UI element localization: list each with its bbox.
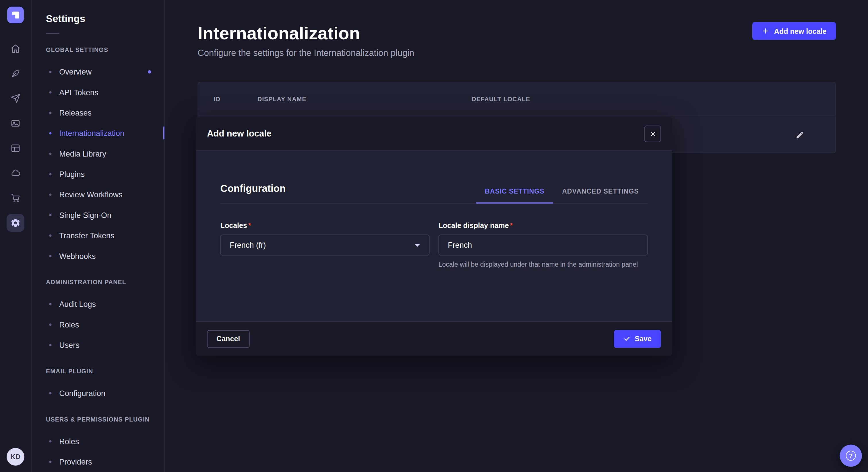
bullet-icon <box>50 303 52 305</box>
sidebar-item-single-sign-on[interactable]: Single Sign-On <box>32 205 164 225</box>
user-avatar[interactable]: KD <box>7 448 24 466</box>
bullet-icon <box>50 111 52 114</box>
bullet-icon <box>50 440 52 442</box>
sidebar-item-up-providers[interactable]: Providers <box>32 451 164 472</box>
sidebar-item-label: Single Sign-On <box>59 210 112 220</box>
save-label: Save <box>634 335 652 343</box>
section-heading-administration-panel: ADMINISTRATION PANEL <box>46 278 150 286</box>
bullet-icon <box>50 193 52 196</box>
chevron-down-icon <box>414 244 420 247</box>
modal-body: Configuration BASIC SETTINGS ADVANCED SE… <box>196 151 672 321</box>
feather-icon[interactable] <box>7 65 24 82</box>
sidebar-item-transfer-tokens[interactable]: Transfer Tokens <box>32 225 164 245</box>
configuration-section-head: Configuration BASIC SETTINGS ADVANCED SE… <box>220 182 648 203</box>
section-heading-global-settings: GLOBAL SETTINGS <box>46 46 150 54</box>
add-new-locale-button[interactable]: Add new locale <box>753 22 836 40</box>
required-asterisk: * <box>248 221 251 230</box>
sidebar-item-label: Webhooks <box>59 251 96 260</box>
settings-sidebar: Settings GLOBAL SETTINGS Overview API To… <box>32 0 165 472</box>
locales-label: Locales* <box>220 221 430 230</box>
sidebar-item-label: Releases <box>59 108 92 117</box>
question-mark-icon: ? <box>846 451 856 461</box>
plus-icon <box>762 27 770 35</box>
strapi-admin-app: KD Settings GLOBAL SETTINGS Overview API… <box>0 0 868 472</box>
sidebar-item-admin-roles[interactable]: Roles <box>32 314 164 334</box>
sidebar-item-email-configuration[interactable]: Configuration <box>32 383 164 403</box>
screenshot-stage: KD Settings GLOBAL SETTINGS Overview API… <box>0 0 868 472</box>
sidebar-item-review-workflows[interactable]: Review Workflows <box>32 184 164 204</box>
locales-select[interactable]: French (fr) <box>220 235 430 256</box>
bullet-icon <box>50 71 52 73</box>
cart-icon[interactable] <box>7 189 24 207</box>
paper-plane-icon[interactable] <box>7 90 24 107</box>
add-new-locale-label: Add new locale <box>774 27 827 35</box>
configuration-title: Configuration <box>220 182 286 195</box>
cancel-label: Cancel <box>216 335 240 343</box>
display-name-label: Locale display name* <box>438 221 648 230</box>
sidebar-item-label: Users <box>59 340 80 349</box>
sidebar-item-plugins[interactable]: Plugins <box>32 164 164 184</box>
modal-footer: Cancel Save <box>196 321 672 356</box>
media-library-icon[interactable] <box>7 114 24 132</box>
page-subtitle: Configure the settings for the Internati… <box>197 46 414 60</box>
close-modal-button[interactable] <box>644 126 661 142</box>
page-header-text: Internationalization Configure the setti… <box>197 22 414 60</box>
table-header-row: ID DISPLAY NAME DEFAULT LOCALE <box>198 82 835 116</box>
sidebar-item-label: Transfer Tokens <box>59 231 114 240</box>
bullet-icon <box>50 173 52 175</box>
section-heading-users-permissions-plugin: USERS & PERMISSIONS PLUGIN <box>46 415 150 423</box>
help-button[interactable]: ? <box>840 445 862 467</box>
close-icon <box>650 131 656 137</box>
sidebar-item-releases[interactable]: Releases <box>32 102 164 123</box>
column-header-display-name: DISPLAY NAME <box>257 96 472 102</box>
locale-form-row: Locales* French (fr) Locale display name… <box>220 221 648 269</box>
page-title: Internationalization <box>197 22 414 44</box>
cancel-button[interactable]: Cancel <box>207 330 249 347</box>
display-name-hint: Locale will be displayed under that name… <box>438 260 648 269</box>
sidebar-item-label: Audit Logs <box>59 299 96 308</box>
sidebar-item-label: Configuration <box>59 389 105 398</box>
locales-select-value: French (fr) <box>229 241 266 249</box>
bullet-icon <box>50 234 52 237</box>
sidebar-item-webhooks[interactable]: Webhooks <box>32 245 164 266</box>
display-name-label-text: Locale display name <box>438 221 508 230</box>
notification-dot <box>148 70 151 73</box>
sidebar-item-label: Review Workflows <box>59 190 122 199</box>
home-icon[interactable] <box>7 40 24 58</box>
sidebar-item-api-tokens[interactable]: API Tokens <box>32 82 164 102</box>
app-logo[interactable] <box>7 7 24 23</box>
tab-advanced-settings[interactable]: ADVANCED SETTINGS <box>553 188 648 203</box>
bullet-icon <box>50 392 52 394</box>
layout-icon[interactable] <box>7 139 24 157</box>
settings-gear-icon[interactable] <box>7 214 24 232</box>
sidebar-item-internationalization[interactable]: Internationalization <box>32 123 164 143</box>
global-settings-list: Overview API Tokens Releases Internation… <box>32 61 164 266</box>
administration-panel-list: Audit Logs Roles Users <box>32 294 164 355</box>
main-nav-icons <box>7 40 24 232</box>
edit-locale-pencil-icon[interactable] <box>794 128 807 141</box>
sidebar-item-label: Roles <box>59 437 79 446</box>
tab-basic-settings[interactable]: BASIC SETTINGS <box>476 188 553 203</box>
modal-header: Add new locale <box>196 117 672 151</box>
cloud-icon[interactable] <box>7 164 24 182</box>
sidebar-item-up-roles[interactable]: Roles <box>32 431 164 451</box>
bullet-icon <box>50 255 52 257</box>
sidebar-item-overview[interactable]: Overview <box>32 61 164 82</box>
display-name-input[interactable] <box>438 235 648 256</box>
bullet-icon <box>50 132 52 134</box>
sidebar-item-label: Media Library <box>59 149 106 158</box>
sidebar-item-label: Providers <box>59 457 92 466</box>
check-icon <box>623 335 630 342</box>
section-heading-email-plugin: EMAIL PLUGIN <box>46 367 150 375</box>
display-name-field-group: Locale display name* Locale will be disp… <box>438 221 648 269</box>
sidebar-item-audit-logs[interactable]: Audit Logs <box>32 294 164 314</box>
sidebar-item-label: Plugins <box>59 169 85 178</box>
sidebar-item-admin-users[interactable]: Users <box>32 335 164 355</box>
sidebar-item-media-library[interactable]: Media Library <box>32 143 164 164</box>
bullet-icon <box>50 214 52 216</box>
page-header: Internationalization Configure the setti… <box>197 22 836 60</box>
save-button[interactable]: Save <box>614 330 661 347</box>
bullet-icon <box>50 461 52 463</box>
column-header-id: ID <box>214 96 257 102</box>
required-asterisk: * <box>510 221 513 230</box>
